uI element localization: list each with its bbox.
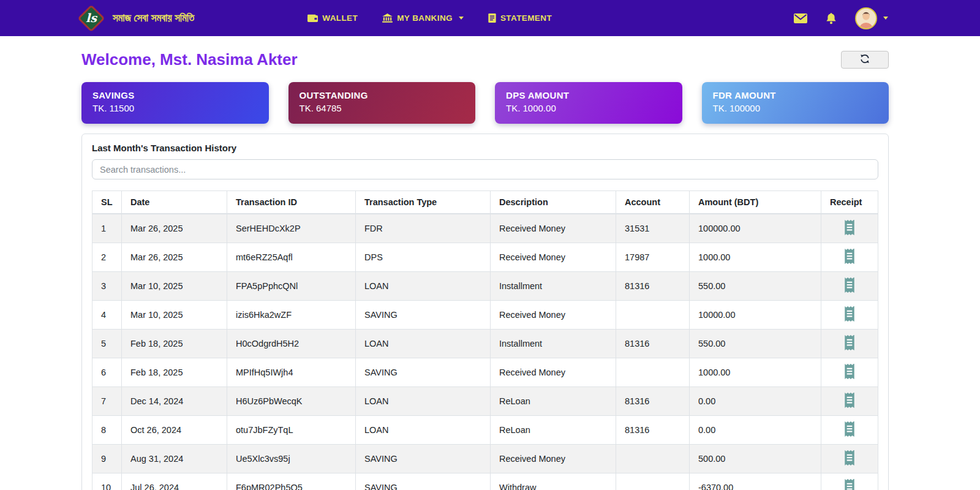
cell-description: Withdraw [491,473,616,490]
brand-name: সমাজ সেবা সমবায় সমিতি [113,12,194,24]
cell-description: Received Money [491,358,616,387]
cell-description: Received Money [491,301,616,330]
cell-type: SAVING [356,358,491,387]
user-menu[interactable] [855,7,888,29]
search-input[interactable] [92,159,878,179]
cell-amount: 10000.00 [690,301,821,330]
wallet-icon [307,14,318,23]
brand-logo-icon: ls [78,6,104,31]
column-header: Description [491,191,616,214]
cell-account [616,358,690,387]
refresh-icon [860,54,870,66]
cell-type: LOAN [356,330,491,358]
cell-amount: 550.00 [690,272,821,301]
cell-txid: otu7JbFZyTqL [227,416,356,445]
cell-account: 81316 [616,330,690,358]
nav-item-my-banking[interactable]: MY BANKING [382,13,464,23]
cell-sl: 9 [92,445,122,473]
receipt-icon[interactable] [843,450,856,466]
navbar-right [794,7,888,29]
table-row: 6Feb 18, 2025MPIfHq5IWjh4SAVINGReceived … [92,358,878,387]
cell-account [616,473,690,490]
refresh-button[interactable] [841,51,889,69]
cell-txid: mt6eRZ25Aqfl [227,243,356,272]
avatar [855,7,877,29]
nav-item-wallet[interactable]: WALLET [307,13,358,23]
brand[interactable]: ls সমাজ সেবা সমবায় সমিতি [78,6,194,31]
receipt-cell [821,243,878,272]
cell-date: Mar 26, 2025 [122,243,227,272]
stat-card-value: TK. 1000.00 [506,103,671,113]
column-header: Date [122,191,227,214]
cell-description: ReLoan [491,387,616,416]
table-body: 1Mar 26, 2025SerHEHDcXk2PFDRReceived Mon… [92,214,878,490]
transactions-table: SLDateTransaction IDTransaction TypeDesc… [92,190,878,490]
cell-account: 81316 [616,387,690,416]
mail-icon[interactable] [794,13,807,23]
receipt-cell [821,214,878,243]
cell-txid: MPIfHq5IWjh4 [227,358,356,387]
cell-description: Received Money [491,445,616,473]
section-title: Last Month's Transaction History [92,143,878,153]
column-header: Amount (BDT) [690,191,821,214]
table-row: 9Aug 31, 2024Ue5Xlc3vs95jSAVINGReceived … [92,445,878,473]
cell-date: Aug 31, 2024 [122,445,227,473]
cell-txid: F6pMR02Ph5Q5 [227,473,356,490]
stat-card-value: TK. 64785 [300,103,465,113]
cell-date: Dec 14, 2024 [122,387,227,416]
stat-card-label: DPS AMOUNT [506,90,671,100]
stat-card-label: SAVINGS [92,90,258,100]
cell-txid: SerHEHDcXk2P [227,214,356,243]
cell-txid: FPA5pPphcQNl [227,272,356,301]
cell-date: Jul 26, 2024 [122,473,227,490]
receipt-icon[interactable] [843,392,856,409]
receipt-icon[interactable] [843,478,856,490]
page-title: Welcome, Mst. Nasima Akter [81,50,298,69]
receipt-icon[interactable] [843,219,856,236]
cell-description: Installment [491,330,616,358]
receipt-cell [821,330,878,358]
column-header: SL [92,191,122,214]
receipt-icon[interactable] [843,363,856,380]
nav-item-statement[interactable]: STATEMENT [488,13,552,23]
statement-icon [488,13,496,23]
cell-amount: 1000.00 [690,243,821,272]
main-nav: WALLET MY BANKING STATEMENT [307,13,552,23]
cell-type: FDR [356,214,491,243]
cell-sl: 8 [92,416,122,445]
stat-cards-row: SAVINGS TK. 11500 OUTSTANDING TK. 64785 … [81,82,889,124]
cell-sl: 10 [92,473,122,490]
cell-type: DPS [356,243,491,272]
bank-icon [382,13,393,23]
cell-txid: H0cOdgrdH5H2 [227,330,356,358]
receipt-icon[interactable] [843,277,856,293]
stat-card-value: TK. 11500 [92,103,258,113]
cell-amount: 550.00 [690,330,821,358]
receipt-icon[interactable] [843,306,856,322]
bell-icon[interactable] [826,12,837,24]
receipt-cell [821,387,878,416]
receipt-cell [821,358,878,387]
receipt-cell [821,272,878,301]
receipt-icon[interactable] [843,248,856,265]
receipt-cell [821,473,878,490]
cell-type: SAVING [356,445,491,473]
cell-amount: -6370.00 [690,473,821,490]
column-header: Receipt [821,191,878,214]
chevron-down-icon [883,17,888,20]
cell-sl: 2 [92,243,122,272]
cell-sl: 5 [92,330,122,358]
cell-date: Oct 26, 2024 [122,416,227,445]
stat-card-label: FDR AMOUNT [713,90,878,100]
cell-account: 81316 [616,416,690,445]
cell-amount: 1000.00 [690,358,821,387]
stat-card: DPS AMOUNT TK. 1000.00 [495,82,682,124]
cell-txid: H6Uz6PbWecqK [227,387,356,416]
cell-date: Mar 26, 2025 [122,214,227,243]
receipt-icon[interactable] [843,421,856,437]
stat-card-label: OUTSTANDING [300,90,465,100]
stat-card: SAVINGS TK. 11500 [81,82,269,124]
receipt-icon[interactable] [843,334,856,351]
cell-txid: Ue5Xlc3vs95j [227,445,356,473]
cell-description: Installment [491,272,616,301]
